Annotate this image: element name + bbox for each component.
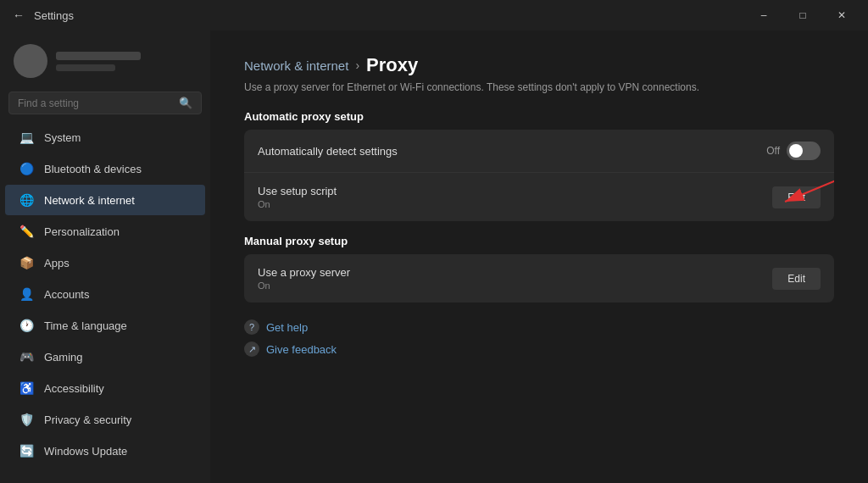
setup-script-label-wrap: Use setup script On bbox=[258, 185, 337, 209]
nav-icon-update: 🔄 bbox=[19, 443, 34, 458]
profile-name-bar bbox=[56, 52, 141, 60]
setup-script-label: Use setup script bbox=[258, 185, 337, 197]
nav-icon-privacy: 🛡️ bbox=[19, 412, 34, 427]
user-profile bbox=[0, 37, 210, 88]
nav-label-update: Windows Update bbox=[44, 445, 127, 458]
auto-detect-row: Automatically detect settings Off bbox=[244, 130, 834, 173]
auto-detect-label: Automatically detect settings bbox=[258, 145, 398, 158]
automatic-section-title: Automatic proxy setup bbox=[244, 110, 834, 123]
auto-detect-toggle[interactable] bbox=[787, 142, 821, 160]
search-input[interactable] bbox=[18, 97, 172, 109]
breadcrumb-separator: › bbox=[355, 58, 359, 72]
nav-label-system: System bbox=[44, 131, 81, 144]
sidebar-item-accessibility[interactable]: ♿ Accessibility bbox=[5, 373, 205, 403]
nav-label-bluetooth: Bluetooth & devices bbox=[44, 163, 142, 175]
maximize-button[interactable]: □ bbox=[783, 2, 822, 29]
sidebar-item-network[interactable]: 🌐 Network & internet bbox=[5, 185, 205, 215]
sidebar-item-time[interactable]: 🕐 Time & language bbox=[5, 310, 205, 341]
sidebar-item-personalization[interactable]: ✏️ Personalization bbox=[5, 216, 205, 247]
nav-label-accessibility: Accessibility bbox=[44, 382, 104, 395]
nav-label-network: Network & internet bbox=[44, 194, 135, 207]
setup-script-sublabel: On bbox=[258, 199, 337, 209]
sidebar-item-apps[interactable]: 📦 Apps bbox=[5, 247, 205, 278]
window-controls: – □ ✕ bbox=[744, 2, 861, 29]
use-proxy-label: Use a proxy server bbox=[258, 266, 350, 279]
titlebar-left: ← Settings bbox=[10, 7, 74, 24]
nav-label-apps: Apps bbox=[44, 257, 70, 269]
sidebar-item-system[interactable]: 💻 System bbox=[5, 122, 205, 153]
manual-section-title: Manual proxy setup bbox=[244, 235, 834, 247]
avatar bbox=[14, 44, 47, 78]
profile-info bbox=[56, 52, 197, 71]
back-button[interactable]: ← bbox=[10, 7, 27, 24]
get-help-icon: ? bbox=[244, 319, 259, 335]
automatic-proxy-card: Automatically detect settings Off bbox=[244, 130, 834, 221]
give-feedback-link[interactable]: ↗ Give feedback bbox=[244, 341, 834, 357]
nav-label-accounts: Accounts bbox=[44, 288, 89, 301]
give-feedback-label: Give feedback bbox=[266, 343, 337, 356]
get-help-label: Get help bbox=[266, 321, 308, 334]
sidebar-item-bluetooth[interactable]: 🔵 Bluetooth & devices bbox=[5, 153, 205, 184]
content-area: Network & internet › Proxy Use a proxy s… bbox=[210, 31, 868, 483]
nav-icon-apps: 📦 bbox=[19, 255, 34, 270]
nav-label-time: Time & language bbox=[44, 319, 127, 332]
nav-icon-network: 🌐 bbox=[19, 192, 34, 208]
sidebar: 🔍 💻 System 🔵 Bluetooth & devices 🌐 Netwo… bbox=[0, 31, 210, 483]
proxy-label-wrap: Use a proxy server On bbox=[258, 266, 350, 291]
nav-icon-bluetooth: 🔵 bbox=[19, 161, 34, 176]
setup-script-edit-button[interactable]: Edit bbox=[772, 186, 821, 208]
sidebar-item-update[interactable]: 🔄 Windows Update bbox=[5, 436, 205, 466]
sidebar-item-accounts[interactable]: 👤 Accounts bbox=[5, 279, 205, 309]
nav-icon-accounts: 👤 bbox=[19, 286, 34, 302]
minimize-button[interactable]: – bbox=[744, 2, 783, 29]
close-button[interactable]: ✕ bbox=[822, 2, 861, 29]
auto-detect-toggle-label: Off bbox=[766, 145, 780, 157]
search-box[interactable]: 🔍 bbox=[8, 92, 202, 114]
page-description: Use a proxy server for Ethernet or Wi-Fi… bbox=[244, 81, 834, 93]
proxy-edit-button[interactable]: Edit bbox=[772, 268, 821, 290]
app-body: 🔍 💻 System 🔵 Bluetooth & devices 🌐 Netwo… bbox=[0, 31, 868, 483]
auto-detect-toggle-wrap: Off bbox=[766, 142, 821, 160]
give-feedback-icon: ↗ bbox=[244, 341, 259, 357]
help-links: ? Get help ↗ Give feedback bbox=[244, 319, 834, 357]
profile-sub-bar bbox=[56, 64, 115, 71]
use-proxy-row: Use a proxy server On Edit bbox=[244, 254, 834, 303]
breadcrumb-parent[interactable]: Network & internet bbox=[244, 58, 348, 73]
app-title: Settings bbox=[34, 9, 74, 22]
get-help-link[interactable]: ? Get help bbox=[244, 319, 834, 335]
sidebar-item-gaming[interactable]: 🎮 Gaming bbox=[5, 341, 205, 372]
use-proxy-sublabel: On bbox=[258, 280, 350, 291]
nav-label-personalization: Personalization bbox=[44, 225, 120, 238]
toggle-thumb bbox=[789, 144, 803, 158]
nav-label-gaming: Gaming bbox=[44, 351, 83, 364]
search-icon: 🔍 bbox=[179, 97, 192, 109]
titlebar: ← Settings – □ ✕ bbox=[0, 0, 868, 31]
nav-icon-personalization: ✏️ bbox=[19, 224, 34, 239]
nav-icon-system: 💻 bbox=[19, 130, 34, 145]
breadcrumb: Network & internet › Proxy bbox=[244, 54, 834, 76]
auto-detect-label-wrap: Automatically detect settings bbox=[258, 145, 398, 158]
sidebar-item-privacy[interactable]: 🛡️ Privacy & security bbox=[5, 404, 205, 435]
nav-list: 💻 System 🔵 Bluetooth & devices 🌐 Network… bbox=[0, 121, 210, 467]
page-title: Proxy bbox=[366, 54, 418, 76]
manual-proxy-card: Use a proxy server On Edit bbox=[244, 254, 834, 303]
use-setup-script-row: Use setup script On Edit bbox=[244, 173, 834, 221]
content-inner: Network & internet › Proxy Use a proxy s… bbox=[244, 54, 834, 357]
nav-icon-time: 🕐 bbox=[19, 318, 34, 333]
nav-icon-gaming: 🎮 bbox=[19, 349, 34, 364]
nav-label-privacy: Privacy & security bbox=[44, 414, 131, 426]
auto-detect-controls: Off bbox=[766, 142, 821, 160]
nav-icon-accessibility: ♿ bbox=[19, 380, 34, 396]
